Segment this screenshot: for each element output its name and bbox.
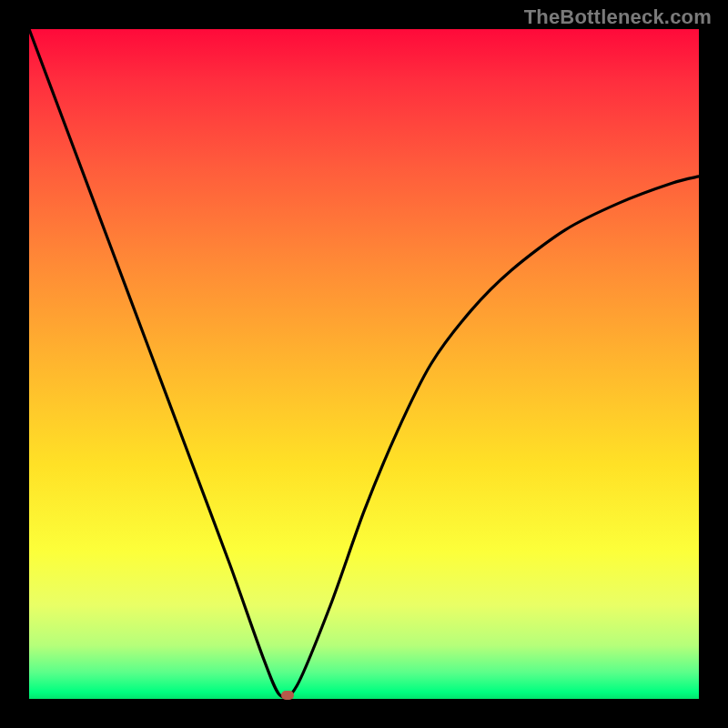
chart-frame: TheBottleneck.com bbox=[0, 0, 728, 728]
watermark-text: TheBottleneck.com bbox=[524, 5, 712, 29]
optimum-marker bbox=[281, 691, 294, 700]
curve-svg bbox=[29, 29, 699, 699]
bottleneck-curve bbox=[29, 29, 699, 697]
plot-area bbox=[29, 29, 699, 699]
